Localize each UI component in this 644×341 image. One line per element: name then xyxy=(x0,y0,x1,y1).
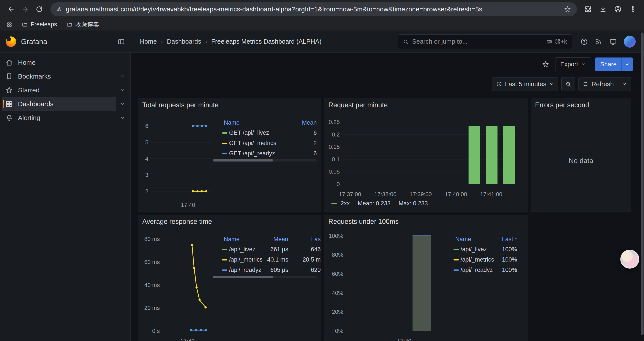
refresh-button[interactable]: Refresh xyxy=(578,77,631,91)
share-button-group: Share xyxy=(595,58,632,71)
series-point xyxy=(195,329,197,331)
sidebar: Home Bookmarks Starred Dashboards xyxy=(0,53,131,341)
zoom-out-button[interactable] xyxy=(561,77,576,91)
legend-header-mean[interactable]: Mean xyxy=(264,236,288,243)
legend-series-name[interactable]: /api/_metrics xyxy=(229,256,264,263)
chevron-down-icon xyxy=(549,82,554,87)
news-rss-icon[interactable] xyxy=(595,38,602,46)
legend-row: /api/_livez 661 µs 646 xyxy=(222,244,321,254)
legend-series-name[interactable]: /api/_livez xyxy=(460,246,497,253)
sidebar-item-dashboards[interactable]: Dashboards xyxy=(2,97,116,111)
assistant-avatar-overlay[interactable] xyxy=(620,250,639,269)
y-axis-label: 20% xyxy=(324,308,343,315)
panel-title[interactable]: Errors per second xyxy=(531,98,631,110)
search-input[interactable] xyxy=(412,38,543,45)
y-axis-label: 6 xyxy=(138,122,148,129)
export-button[interactable]: Export xyxy=(555,58,591,71)
legend-scrollbar[interactable] xyxy=(213,276,317,278)
sidebar-item-bookmarks[interactable]: Bookmarks xyxy=(2,70,116,83)
share-menu-button[interactable] xyxy=(622,58,632,71)
browser-back-button[interactable] xyxy=(5,3,18,16)
user-avatar[interactable] xyxy=(624,36,636,48)
legend-header-last[interactable]: Last * xyxy=(497,236,517,243)
grafana-logo[interactable] xyxy=(6,37,16,47)
panel-title[interactable]: Requests under 100ms xyxy=(324,215,528,227)
time-range-picker[interactable]: Last 5 minutes xyxy=(492,77,558,91)
downloads-icon[interactable] xyxy=(597,3,609,16)
bar xyxy=(412,236,431,331)
series-point xyxy=(200,125,203,127)
star-dashboard-icon[interactable] xyxy=(540,59,551,70)
legend-series-name[interactable]: /api/_metrics xyxy=(460,256,497,263)
sidebar-item-starred[interactable]: Starred xyxy=(2,83,116,97)
share-button[interactable]: Share xyxy=(595,58,622,71)
legend-series-name[interactable]: 2xx xyxy=(341,200,350,207)
browser-menu-icon[interactable] xyxy=(626,3,639,16)
expand-dashboards-icon[interactable] xyxy=(116,102,129,106)
x-axis-label: 17:41:00 xyxy=(480,191,502,198)
legend-header-name[interactable]: Name xyxy=(224,119,298,126)
legend-header-mean[interactable]: Mean xyxy=(298,119,317,126)
breadcrumb: Home › Dashboards › Freeleaps Metrics Da… xyxy=(140,38,322,46)
legend-scrollbar[interactable] xyxy=(213,159,317,162)
bookmark-folder-blogs[interactable]: 收藏博客 xyxy=(67,21,99,29)
browser-profile-icon[interactable] xyxy=(612,3,624,16)
y-axis-label: 0.2 xyxy=(324,131,340,138)
panel-title[interactable]: Total requests per minute xyxy=(138,98,321,110)
chevron-down-icon xyxy=(622,82,627,87)
browser-forward-button[interactable] xyxy=(19,3,32,16)
bookmark-icon xyxy=(5,72,13,80)
legend-value: 100% xyxy=(497,267,517,273)
url-text[interactable]: grafana.mathmast.com/d/deytv4rwavabkb/fr… xyxy=(66,6,560,13)
legend-stat-max: Max: 0.233 xyxy=(398,200,428,207)
series-point xyxy=(192,125,194,127)
chart-plot xyxy=(163,237,212,331)
breadcrumb-current: Freeleaps Metrics Dashboard (ALPHA) xyxy=(211,38,322,45)
sidebar-item-alerting[interactable]: Alerting xyxy=(2,111,116,125)
legend-header-name[interactable]: Name xyxy=(224,236,264,243)
legend-series-name[interactable]: /api/_livez xyxy=(229,246,264,253)
x-axis-label: 17:39:00 xyxy=(410,191,432,198)
bookmark-label: Freeleaps xyxy=(31,21,57,28)
apps-grid-icon[interactable] xyxy=(6,22,12,28)
legend-series-name[interactable]: GET /api/_livez xyxy=(229,129,298,136)
bookmark-star-icon[interactable] xyxy=(564,6,571,13)
y-axis-label: 5 xyxy=(138,139,148,146)
search-box[interactable]: ⌘+k xyxy=(398,35,572,49)
sidebar-item-label: Dashboards xyxy=(18,100,54,108)
bookmark-folder-freeleaps[interactable]: Freeleaps xyxy=(22,21,57,28)
series-point xyxy=(200,329,202,331)
browser-reload-button[interactable] xyxy=(33,3,46,16)
legend-series-name[interactable]: GET /api/_metrics xyxy=(229,140,298,147)
series-point xyxy=(192,125,194,127)
sidebar-toggle-icon[interactable] xyxy=(118,38,125,46)
extensions-icon[interactable] xyxy=(582,3,594,16)
breadcrumb-home[interactable]: Home xyxy=(140,38,157,45)
site-settings-icon[interactable] xyxy=(56,6,62,12)
expand-bookmarks-icon[interactable] xyxy=(116,74,129,79)
legend-table: Name Mean Las /api/_livez 661 µs 646 /ap… xyxy=(222,234,321,275)
series-point xyxy=(204,329,207,331)
legend-header-last[interactable]: Las xyxy=(288,236,321,243)
panel-title[interactable]: Request per minute xyxy=(324,98,528,110)
display-icon[interactable] xyxy=(609,38,617,46)
legend-row: /api/_metrics 40.1 ms 20.5 m xyxy=(222,254,321,265)
legend-series-name[interactable]: /api/_readyz xyxy=(229,267,264,273)
legend-series-name[interactable]: GET /api/_readyz xyxy=(229,150,298,157)
expand-alerting-icon[interactable] xyxy=(116,115,129,120)
sidebar-item-home[interactable]: Home xyxy=(2,56,129,69)
help-icon[interactable] xyxy=(580,38,588,46)
y-axis-label: 0.05 xyxy=(324,168,340,175)
legend-row: GET /api/_metrics 2 xyxy=(222,138,317,148)
y-axis-label: 80% xyxy=(324,251,343,258)
panel-title[interactable]: Average response time xyxy=(138,215,321,227)
address-bar[interactable]: grafana.mathmast.com/d/deytv4rwavabkb/fr… xyxy=(50,3,577,16)
series-point xyxy=(204,306,207,308)
series-point xyxy=(200,125,203,127)
page-scrollbar[interactable] xyxy=(641,33,644,335)
legend-header-name[interactable]: Name xyxy=(455,236,497,243)
breadcrumb-dashboards[interactable]: Dashboards xyxy=(167,38,201,45)
expand-starred-icon[interactable] xyxy=(116,88,129,93)
sidebar-item-label: Home xyxy=(18,59,36,66)
legend-series-name[interactable]: /api/_readyz xyxy=(460,267,497,273)
